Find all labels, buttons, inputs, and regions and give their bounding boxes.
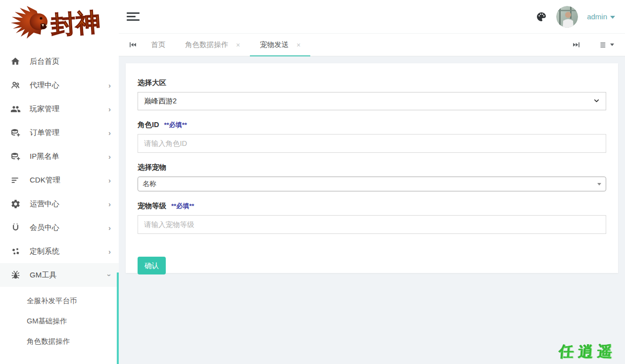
- sidebar-item-label: 定制系统: [30, 247, 108, 256]
- submenu-item-gm-basic[interactable]: GM基础操作: [0, 311, 119, 331]
- field-region: 选择大区 巅峰西游2: [138, 78, 606, 110]
- lion-head-icon: [11, 6, 48, 39]
- role-id-input[interactable]: [138, 134, 606, 153]
- chevron-right-icon: ›: [108, 153, 111, 160]
- tab-home[interactable]: 首页: [141, 34, 175, 56]
- confirm-button[interactable]: 确认: [138, 257, 166, 274]
- caret-down-icon: [610, 16, 615, 19]
- chevron-right-icon: ›: [108, 248, 111, 255]
- tab-label: 宠物发送: [260, 40, 288, 49]
- tab-close-icon[interactable]: ×: [296, 41, 300, 49]
- sidebar-item-orders[interactable]: 订单管理 ›: [0, 121, 119, 144]
- tab-role-data[interactable]: 角色数据操作 ×: [175, 34, 250, 56]
- sidebar-item-label: 后台首页: [30, 57, 111, 66]
- user-menu[interactable]: admin: [587, 12, 615, 21]
- main-area: admin 首页 角色数据操作 × 宠物发送 ×: [119, 0, 625, 364]
- pet-select-value: 名称: [143, 180, 156, 188]
- tab-label: 首页: [151, 40, 165, 49]
- chevron-right-icon: ›: [108, 224, 111, 231]
- label-text: 角色ID: [138, 121, 159, 129]
- pet-select[interactable]: 名称: [138, 177, 606, 191]
- sidebar-item-label: 运营中心: [30, 199, 108, 209]
- gm-tools-submenu: 全服补发平台币 GM基础操作 角色数据操作: [0, 287, 119, 352]
- members-icon: [10, 222, 21, 233]
- sidebar-item-dashboard[interactable]: 后台首页: [0, 49, 119, 73]
- pet-label: 选择宠物: [138, 163, 606, 172]
- agents-icon: [10, 80, 21, 91]
- pet-send-form-card: 选择大区 巅峰西游2 角色ID **必填**: [126, 63, 618, 273]
- sidebar-item-players[interactable]: 玩家管理 ›: [0, 97, 119, 121]
- sidebar-item-agents[interactable]: 代理中心 ›: [0, 73, 119, 97]
- active-menu-accent-bar: [117, 273, 119, 364]
- content-area: 选择大区 巅峰西游2 角色ID **必填**: [119, 56, 625, 364]
- required-badge: **必填**: [171, 202, 194, 210]
- fengshen-logo-image: 封神: [2, 2, 117, 47]
- role-id-label: 角色ID **必填**: [138, 120, 606, 130]
- sidebar-toggle-icon[interactable]: [127, 10, 140, 23]
- region-label: 选择大区: [138, 78, 606, 88]
- tabs-scroll-left-icon[interactable]: [125, 34, 141, 56]
- app-logo: 封神: [0, 0, 119, 49]
- sidebar-item-ip-blacklist[interactable]: IP黑名单 ›: [0, 144, 119, 168]
- sidebar-item-label: CDK管理: [30, 176, 108, 185]
- tab-close-icon[interactable]: ×: [236, 41, 240, 49]
- triangle-down-icon: [597, 183, 601, 185]
- chevron-down-icon: [593, 97, 600, 105]
- sidebar-item-label: GM工具: [30, 271, 108, 280]
- tab-label: 角色数据操作: [185, 40, 228, 49]
- field-pet: 选择宠物 名称: [138, 163, 606, 191]
- chevron-right-icon: ›: [108, 177, 111, 184]
- logo-title: 封神: [49, 8, 101, 39]
- sidebar-item-cdk[interactable]: CDK管理 ›: [0, 168, 119, 192]
- sidebar-item-label: 玩家管理: [30, 104, 108, 114]
- username-text: admin: [587, 12, 607, 21]
- label-text: 宠物等级: [138, 202, 166, 210]
- custom-system-icon: [10, 246, 21, 257]
- ip-blacklist-icon: [10, 151, 21, 162]
- sidebar-item-members[interactable]: 会员中心 ›: [0, 216, 119, 239]
- tabbar: 首页 角色数据操作 × 宠物发送 ×: [119, 34, 625, 56]
- operations-icon: [10, 198, 21, 209]
- region-select[interactable]: 巅峰西游2: [138, 92, 606, 110]
- label-text: 选择大区: [138, 79, 166, 87]
- field-role-id: 角色ID **必填**: [138, 120, 606, 153]
- topbar: admin: [119, 0, 625, 34]
- sidebar-item-label: IP黑名单: [30, 152, 108, 161]
- label-text: 选择宠物: [138, 163, 166, 171]
- chevron-right-icon: ›: [108, 82, 111, 89]
- app-root: 封神 后台首页 代理中心 ›: [0, 0, 625, 364]
- pet-level-label: 宠物等级 **必填**: [138, 201, 606, 211]
- sidebar-item-label: 代理中心: [30, 81, 108, 90]
- tabs-options-icon[interactable]: [595, 41, 618, 49]
- caret-down-icon: [610, 44, 614, 46]
- home-icon: [10, 56, 21, 67]
- sidebar-item-label: 订单管理: [30, 128, 108, 137]
- field-pet-level: 宠物等级 **必填**: [138, 201, 606, 234]
- tabs-scroll-right-icon[interactable]: [568, 41, 584, 49]
- theme-palette-icon[interactable]: [535, 11, 547, 23]
- sidebar-item-gm-tools[interactable]: GM工具 ›: [0, 263, 119, 287]
- sidebar-item-operations[interactable]: 运营中心 ›: [0, 192, 119, 216]
- submenu-item-platform-coin[interactable]: 全服补发平台币: [0, 291, 119, 311]
- sidebar-item-label: 会员中心: [30, 223, 108, 232]
- gm-tools-icon: [10, 270, 21, 280]
- cdk-icon: [10, 175, 21, 185]
- user-avatar[interactable]: [556, 6, 578, 28]
- chevron-down-icon: ›: [106, 274, 113, 276]
- sidebar-item-custom-system[interactable]: 定制系统 ›: [0, 239, 119, 263]
- submenu-item-role-data[interactable]: 角色数据操作: [0, 331, 119, 352]
- region-select-value: 巅峰西游2: [144, 96, 177, 106]
- pet-level-input[interactable]: [138, 215, 606, 234]
- chevron-right-icon: ›: [108, 129, 111, 136]
- tab-pet-send[interactable]: 宠物发送 ×: [250, 34, 310, 56]
- chevron-right-icon: ›: [108, 200, 111, 208]
- orders-icon: [10, 127, 21, 138]
- sidebar: 封神 后台首页 代理中心 ›: [0, 0, 119, 364]
- sidebar-menu: 后台首页 代理中心 › 玩家管理 ›: [0, 49, 119, 287]
- required-badge: **必填**: [164, 121, 187, 129]
- players-icon: [10, 103, 21, 114]
- chevron-right-icon: ›: [108, 105, 111, 113]
